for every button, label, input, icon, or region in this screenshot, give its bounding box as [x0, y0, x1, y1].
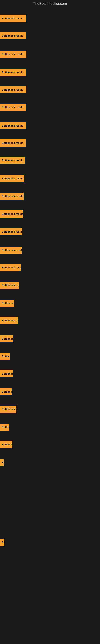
bottleneck-badge: Bottle — [0, 424, 9, 431]
bottleneck-badge: Bottleneck result — [0, 192, 24, 200]
bottleneck-badge: Bottle — [0, 353, 10, 360]
bottleneck-badge: Bottleneck result — [0, 210, 23, 218]
bottleneck-badge: Bottlene — [0, 388, 12, 396]
bottleneck-badge: Bottleneck result — [0, 140, 26, 147]
bottleneck-badge: Bottleneck result — [0, 69, 26, 76]
bottleneck-badge: Bottleneck result — [0, 157, 25, 164]
bottleneck-badge: Bottleneck res — [0, 317, 18, 324]
bottleneck-badge: Bottlenec — [0, 335, 13, 342]
bottleneck-badge: Bottleneck result — [0, 86, 26, 94]
bottleneck-badge: Bottlenec — [0, 370, 13, 377]
bottleneck-badge: Bottleneck result — [0, 104, 26, 111]
bottleneck-badge: Bottleneck result — [0, 246, 22, 254]
bottleneck-badge: B — [0, 459, 3, 466]
bottleneck-badge: Bottleneck resu — [0, 282, 19, 289]
bottleneck-badge: Bo — [0, 539, 4, 546]
bottleneck-badge: Bottleneck result — [0, 228, 22, 236]
bottleneck-badge: Bottlenec — [0, 441, 12, 448]
bottleneck-badge: Bottleneck result — [0, 264, 21, 271]
bottleneck-badge: Bottleneck result — [0, 50, 26, 58]
bottleneck-badge: Bottleneck result — [0, 32, 26, 40]
site-title: TheBottlenecker.com — [0, 0, 100, 8]
bottleneck-badge: Bottleneck result — [0, 122, 26, 130]
bottleneck-badge: Bottleneck — [0, 300, 14, 307]
bottleneck-badge: Bottleneck result — [0, 175, 24, 182]
bottleneck-badge: Bottleneck result — [0, 15, 26, 22]
bottleneck-badge: Bottleneck r — [0, 406, 16, 413]
